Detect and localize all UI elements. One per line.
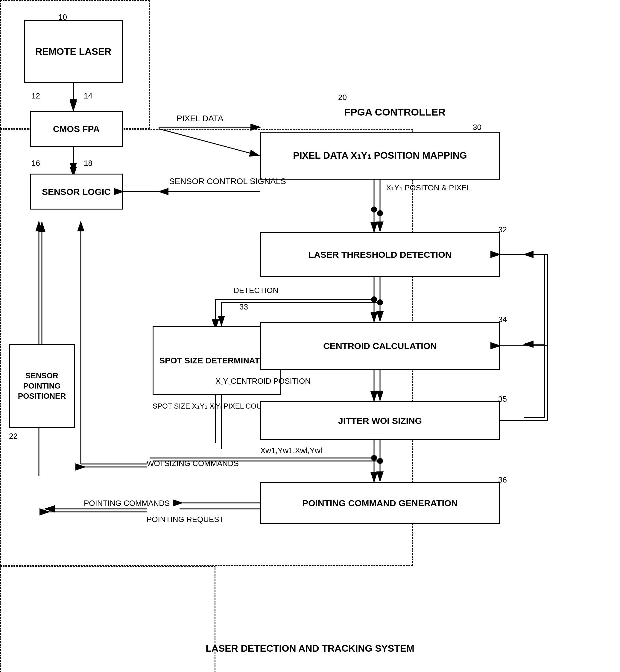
ref-18: 18 — [84, 159, 93, 168]
ref-20: 20 — [338, 93, 347, 102]
label-pointing-commands: POINTING COMMANDS — [84, 499, 170, 508]
box-centroid: CENTROID CALCULATION — [260, 322, 500, 370]
diagram: 10 REMOTE LASER 12 14 CMOS FPA 16 18 SEN… — [0, 0, 620, 672]
ref-14: 14 — [84, 91, 93, 101]
fpga-label: FPGA CONTROLLER — [344, 106, 446, 118]
label-detection: DETECTION — [234, 286, 278, 295]
box-sensor-pointing: SENSOR POINTING POSITIONER — [9, 344, 75, 428]
label-xcyc: X꜀Y꜀CENTROID POSITION — [215, 376, 311, 386]
ref-30: 30 — [473, 123, 481, 132]
label-woi-sizing: WOI SIZING COMMANDS — [147, 458, 239, 469]
ref-16: 16 — [32, 159, 40, 168]
box-jitter-woi: JITTER WOI SIZING — [260, 401, 500, 440]
box-pixel-mapping: PIXEL DATA X₁Y₁ POSITION MAPPING — [260, 132, 500, 180]
label-spot-size: SPOT SIZE X₁Y₁ XₗYₗ PIXEL COUNT — [153, 401, 271, 411]
ref-33: 33 — [240, 302, 248, 311]
inner-dashed — [0, 566, 215, 672]
label-pointing-request: POINTING REQUEST — [147, 515, 224, 524]
box-pointing-cmd: POINTING COMMAND GENERATION — [260, 482, 500, 524]
box-laser-threshold: LASER THRESHOLD DETECTION — [260, 232, 500, 277]
label-x1y1-position: X₁Y₁ POSITON & PIXEL — [386, 183, 471, 192]
box-cmos-fpa: CMOS FPA — [30, 111, 123, 147]
label-xw-coords: Xw1,Yw1,Xwl,Ywl — [260, 446, 322, 455]
ref-22: 22 — [9, 432, 18, 441]
label-pixel-data: PIXEL DATA — [176, 114, 223, 123]
box-sensor-logic: SENSOR LOGIC — [30, 174, 123, 209]
label-sensor-control: SENSOR CONTROL SIGNALS — [169, 177, 286, 186]
box-remote-laser: REMOTE LASER — [24, 20, 123, 83]
caption: LASER DETECTION AND TRACKING SYSTEM — [0, 643, 620, 654]
ref-12: 12 — [32, 91, 40, 101]
